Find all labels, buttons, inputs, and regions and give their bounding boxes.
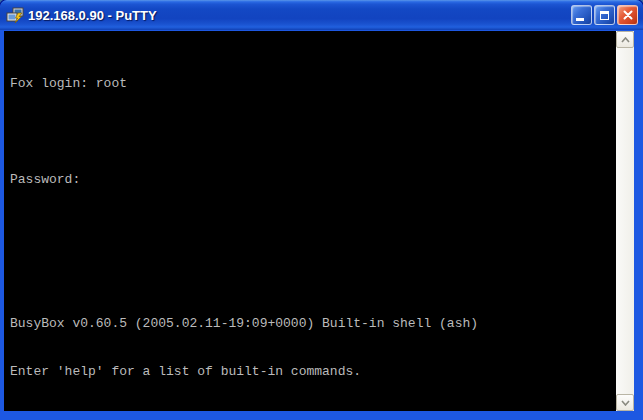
- scroll-down-button[interactable]: [616, 394, 634, 411]
- maximize-button[interactable]: [594, 5, 615, 25]
- terminal-blank-line: [10, 220, 616, 236]
- window-title: 192.168.0.90 - PuTTY: [28, 8, 571, 23]
- scrollbar-thumb[interactable]: [616, 48, 634, 394]
- putty-icon: [6, 7, 24, 24]
- minimize-icon: [576, 18, 584, 21]
- terminal-blank-line: [10, 124, 616, 140]
- minimize-button[interactable]: [571, 5, 592, 25]
- terminal-line-password: Password:: [10, 172, 616, 188]
- chevron-down-icon: [621, 400, 630, 406]
- titlebar[interactable]: 192.168.0.90 - PuTTY: [0, 0, 643, 30]
- scrollbar[interactable]: [616, 31, 634, 411]
- chevron-up-icon: [621, 37, 630, 43]
- maximize-icon: [600, 11, 609, 20]
- terminal-line-busybox: BusyBox v0.60.5 (2005.02.11-19:09+0000) …: [10, 316, 616, 332]
- close-button[interactable]: [617, 5, 638, 25]
- putty-window: 192.168.0.90 - PuTTY Fox login: root Pas…: [0, 0, 643, 420]
- terminal-screen[interactable]: Fox login: root Password: BusyBox v0.60.…: [4, 31, 616, 411]
- window-controls: [571, 5, 638, 25]
- close-icon: [623, 10, 633, 20]
- client-area: Fox login: root Password: BusyBox v0.60.…: [0, 30, 634, 411]
- terminal-line-help: Enter 'help' for a list of built-in comm…: [10, 364, 616, 380]
- scroll-up-button[interactable]: [616, 31, 634, 48]
- terminal-line-login: Fox login: root: [10, 76, 616, 92]
- terminal-blank-line: [10, 268, 616, 284]
